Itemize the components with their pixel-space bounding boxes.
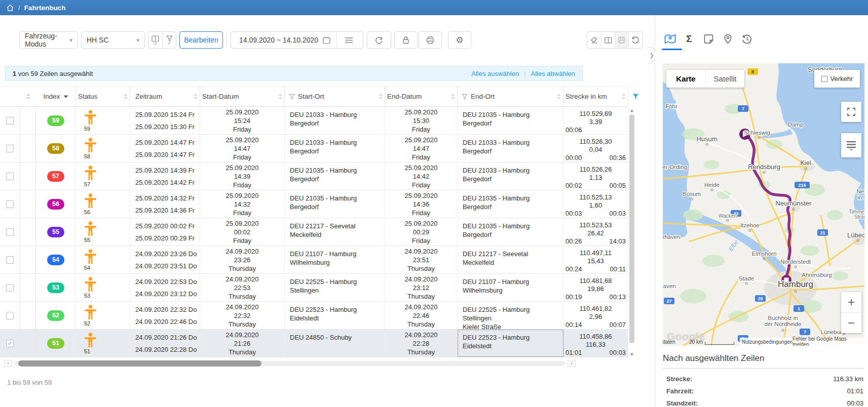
row-checkbox[interactable] bbox=[6, 173, 14, 180]
map-city-label: Lübeck bbox=[847, 231, 864, 239]
map-city-label: Hamburg bbox=[778, 279, 813, 289]
edit-button[interactable]: Bearbeiten bbox=[179, 31, 223, 49]
row-checkbox[interactable] bbox=[6, 340, 14, 347]
distance-value: 2,96 bbox=[565, 313, 626, 321]
row-checkbox[interactable] bbox=[6, 228, 14, 236]
traffic-checkbox[interactable] bbox=[821, 76, 827, 82]
lock-button[interactable] bbox=[394, 31, 418, 49]
map-city-label: Stran bbox=[854, 214, 864, 220]
index-badge: 54 bbox=[47, 255, 64, 265]
header-start-datum[interactable]: Start-Datum bbox=[200, 87, 285, 106]
zeitraum-start: 24.09.2020 21:26 Do bbox=[135, 334, 197, 341]
status-number: 51 bbox=[84, 348, 90, 354]
home-icon[interactable] bbox=[6, 4, 14, 12]
active-filter-icon[interactable] bbox=[632, 93, 639, 102]
table-row[interactable]: 51 51 24.09.2020 21:26 Do 24.09.2020 22:… bbox=[0, 330, 628, 357]
table-row[interactable]: 57 57 25.09.2020 14:39 Fr 25.09.2020 14:… bbox=[0, 162, 628, 190]
header-zeitraum[interactable]: Zeitraum bbox=[130, 87, 200, 106]
save-button[interactable] bbox=[615, 32, 628, 48]
table-row[interactable]: 58 58 25.09.2020 14:47 Fr 25.09.2020 14:… bbox=[0, 135, 628, 162]
scroll-right-icon[interactable]: › bbox=[568, 360, 576, 367]
filter-builder-button[interactable]: ▾ bbox=[162, 32, 176, 48]
tab-summary[interactable]: Σ bbox=[682, 30, 696, 48]
zoom-out-button[interactable]: − bbox=[841, 312, 861, 333]
row-checkbox[interactable] bbox=[6, 200, 14, 208]
table-row[interactable]: 53 53 24.09.2020 22:53 Do 24.09.2020 23:… bbox=[0, 274, 628, 302]
header-index[interactable]: Index bbox=[36, 87, 76, 106]
table-row[interactable]: 54 54 24.09.2020 23:26 Do 24.09.2020 23:… bbox=[0, 246, 628, 274]
deselect-all-link[interactable]: Alles abwählen bbox=[531, 70, 575, 77]
drive-time: 00:14 bbox=[565, 321, 582, 329]
standzeit-label: Standzeit: bbox=[666, 399, 698, 407]
table-row[interactable]: 59 59 25.09.2020 15:24 Fr 25.09.2020 15:… bbox=[0, 107, 628, 135]
start-date: 25.09.2020 bbox=[225, 136, 258, 144]
header-end-ort[interactable]: End-Ort bbox=[458, 87, 563, 106]
tab-notes[interactable] bbox=[701, 30, 715, 48]
settings-button[interactable]: ⚙ bbox=[448, 31, 471, 49]
table-row[interactable]: 56 56 25.09.2020 14:32 Fr 25.09.2020 14:… bbox=[0, 190, 628, 218]
driver-status-icon bbox=[84, 277, 97, 292]
end-weekday: Friday bbox=[412, 181, 430, 189]
index-cell: 57 bbox=[36, 162, 76, 190]
date-presets-button[interactable] bbox=[336, 32, 361, 48]
map-legend-button[interactable] bbox=[841, 133, 861, 157]
tab-locations[interactable] bbox=[721, 30, 735, 48]
row-checkbox[interactable] bbox=[6, 145, 14, 152]
road-shield: 21 bbox=[817, 229, 828, 236]
header-spacer-column[interactable] bbox=[20, 87, 36, 106]
table-row[interactable]: 52 52 24.09.2020 22:32 Do 24.09.2020 22:… bbox=[0, 302, 628, 330]
map-type-satellit-button[interactable]: Satellit bbox=[705, 70, 744, 88]
clear-filters-button[interactable] bbox=[587, 32, 601, 48]
map-canvas[interactable]: 8721523212627171 SonderburgDampFöhrHusum… bbox=[663, 63, 864, 346]
row-checkbox[interactable] bbox=[6, 284, 14, 292]
status-cell: 52 bbox=[76, 302, 130, 329]
end-date: 24.09.2020 bbox=[404, 331, 437, 339]
tab-map[interactable] bbox=[663, 30, 677, 48]
zoom-in-button[interactable]: + bbox=[841, 292, 861, 312]
map-zoom-control: + − bbox=[841, 292, 861, 333]
scroll-up-icon[interactable]: ▲ bbox=[629, 107, 635, 113]
tab-history[interactable] bbox=[740, 30, 754, 48]
vertical-scroll-thumb[interactable] bbox=[629, 114, 634, 343]
print-button[interactable] bbox=[419, 31, 442, 49]
header-end-datum[interactable]: End-Datum bbox=[385, 87, 458, 106]
end-datum-cell: 24.09.2020 23:51 Thursday bbox=[385, 246, 458, 273]
index-badge: 59 bbox=[47, 115, 64, 126]
vertical-scrollbar[interactable]: ▲ ▼ bbox=[629, 107, 635, 357]
row-checkbox[interactable] bbox=[6, 312, 14, 319]
horizontal-scrollbar[interactable]: ‹ › bbox=[4, 360, 576, 367]
status-number: 56 bbox=[84, 209, 90, 215]
traffic-toggle[interactable]: Verkehr bbox=[814, 70, 860, 88]
undo-button[interactable] bbox=[628, 32, 642, 48]
zeitraum-end: 25.09.2020 00:29 Fr bbox=[135, 234, 195, 242]
start-date: 24.09.2020 bbox=[225, 275, 258, 283]
road-shield: 215 bbox=[795, 182, 810, 188]
fullscreen-button[interactable] bbox=[841, 102, 861, 122]
row-checkbox[interactable] bbox=[6, 256, 14, 264]
horizontal-scroll-thumb[interactable] bbox=[18, 360, 261, 367]
odometer-value: 110.526,26 bbox=[565, 166, 626, 174]
end-ort-cell: DEU 21035 - Hamburg Bergedorf bbox=[458, 190, 563, 218]
table-row[interactable]: 55 55 25.09.2020 00:02 Fr 25.09.2020 00:… bbox=[0, 218, 628, 246]
refresh-button[interactable] bbox=[367, 31, 391, 49]
zeitraum-cell: 25.09.2020 00:02 Fr 25.09.2020 00:29 Fr bbox=[130, 218, 200, 246]
map-type-karte-button[interactable]: Karte bbox=[666, 70, 705, 88]
report-error-link[interactable]: Fehler bei Google Maps melden bbox=[792, 336, 862, 346]
header-status[interactable]: Status bbox=[76, 87, 130, 106]
scroll-down-icon[interactable]: ▼ bbox=[629, 351, 635, 357]
scroll-left-icon[interactable]: ‹ bbox=[4, 360, 12, 367]
date-range-picker[interactable]: 14.09.2020 ~ 14.10.2020 bbox=[233, 32, 336, 48]
header-start-ort[interactable]: Start-Ort bbox=[285, 87, 385, 106]
split-view-button[interactable] bbox=[601, 32, 615, 48]
mode-select[interactable]: Fahrzeug-Modus ▾ bbox=[19, 31, 78, 49]
select-all-link[interactable]: Alles auswählen bbox=[471, 70, 519, 77]
terms-link[interactable]: Nutzungsbedingungen bbox=[742, 339, 792, 345]
start-datum-cell: 24.09.2020 22:32 Thursday bbox=[200, 302, 285, 329]
end-date: 24.09.2020 bbox=[404, 303, 437, 311]
row-spacer-cell bbox=[20, 218, 36, 246]
status-number: 55 bbox=[84, 237, 90, 243]
header-strecke[interactable]: Strecke in km bbox=[563, 87, 628, 106]
column-chooser-button[interactable]: ▾ bbox=[148, 32, 162, 48]
row-checkbox[interactable] bbox=[6, 117, 14, 125]
vehicle-select[interactable]: HH SC ▾ bbox=[81, 31, 145, 49]
